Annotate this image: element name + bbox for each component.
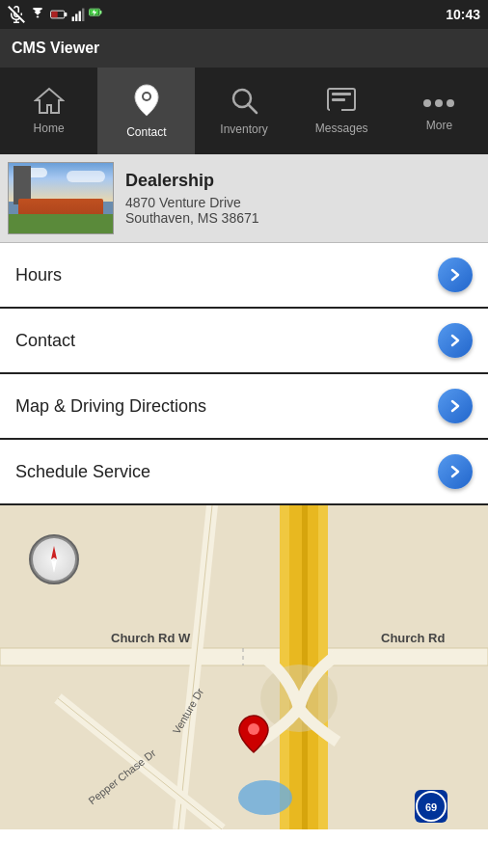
messages-icon <box>326 87 357 118</box>
mute-icon <box>8 6 25 23</box>
tab-inventory[interactable]: Inventory <box>195 68 292 154</box>
svg-point-40 <box>238 780 292 815</box>
tab-more[interactable]: More <box>391 68 488 154</box>
svg-marker-42 <box>51 546 57 559</box>
schedule-arrow[interactable] <box>438 454 473 489</box>
svg-rect-22 <box>330 106 341 114</box>
svg-rect-9 <box>82 9 84 21</box>
dealership-name: Dealership <box>125 171 480 191</box>
dealership-info: Dealership 4870 Venture Drive Southaven,… <box>0 154 488 243</box>
title-bar: CMS Viewer <box>0 29 488 68</box>
app-title: CMS Viewer <box>12 40 99 57</box>
contact-icon <box>133 83 160 122</box>
compass <box>15 521 69 575</box>
contact-label: Contact <box>15 331 75 351</box>
tab-messages[interactable]: Messages <box>293 68 391 154</box>
svg-point-41 <box>248 723 259 735</box>
menu-item-hours[interactable]: Hours <box>0 243 488 309</box>
charging-icon <box>89 8 102 21</box>
church-rd-w-label: Church Rd W <box>111 631 191 645</box>
svg-rect-6 <box>72 16 74 21</box>
svg-point-25 <box>447 99 454 107</box>
signal-icon <box>71 8 85 21</box>
svg-rect-20 <box>332 93 351 95</box>
battery-icon <box>50 8 68 21</box>
svg-point-23 <box>423 99 431 107</box>
dealership-address2: Southaven, MS 38671 <box>125 210 480 226</box>
home-icon <box>34 87 65 118</box>
svg-marker-14 <box>36 89 63 113</box>
church-rd-label: Church Rd <box>381 631 446 645</box>
hours-label: Hours <box>15 265 62 285</box>
wifi-icon <box>29 8 46 21</box>
schedule-label: Schedule Service <box>15 462 150 482</box>
menu-item-contact[interactable]: Contact <box>0 309 488 374</box>
menu-list: Hours Contact Map & Driving Directions S… <box>0 243 488 505</box>
svg-rect-8 <box>79 12 81 22</box>
tab-home[interactable]: Home <box>0 68 97 154</box>
tab-more-label: More <box>426 119 452 132</box>
status-time: 10:43 <box>446 7 480 22</box>
map-arrow[interactable] <box>438 389 473 423</box>
tab-contact[interactable]: Contact <box>97 68 195 154</box>
hours-arrow[interactable] <box>438 258 473 292</box>
svg-rect-12 <box>100 11 102 14</box>
status-bar: 10:43 <box>0 0 488 29</box>
dealership-text: Dealership 4870 Venture Drive Southaven,… <box>125 171 480 226</box>
svg-marker-43 <box>51 559 57 573</box>
map-label: Map & Driving Directions <box>15 396 206 417</box>
svg-rect-5 <box>65 13 68 16</box>
svg-point-24 <box>435 99 443 107</box>
tab-inventory-label: Inventory <box>220 122 267 136</box>
dealership-image <box>8 162 114 234</box>
svg-rect-7 <box>75 14 77 21</box>
menu-item-schedule[interactable]: Schedule Service <box>0 440 488 505</box>
tab-home-label: Home <box>34 122 65 135</box>
svg-rect-21 <box>332 98 345 101</box>
svg-line-18 <box>248 104 257 113</box>
svg-rect-4 <box>51 12 57 17</box>
contact-arrow[interactable] <box>438 323 473 358</box>
inventory-icon <box>230 86 258 119</box>
tab-messages-label: Messages <box>315 122 368 135</box>
more-icon <box>421 90 456 115</box>
status-left-icons <box>8 6 102 23</box>
time-display: 10:43 <box>446 7 480 22</box>
svg-rect-27 <box>0 648 488 665</box>
navigation-tabs: Home Contact Inventory <box>0 68 488 154</box>
dealership-address1: 4870 Venture Drive <box>125 195 480 210</box>
tab-contact-label: Contact <box>126 125 166 139</box>
svg-text:69: 69 <box>425 801 437 813</box>
map-area[interactable]: Church Rd W Church Rd Venture Dr Pepper … <box>0 505 488 829</box>
svg-point-16 <box>144 94 149 99</box>
menu-item-map[interactable]: Map & Driving Directions <box>0 374 488 440</box>
